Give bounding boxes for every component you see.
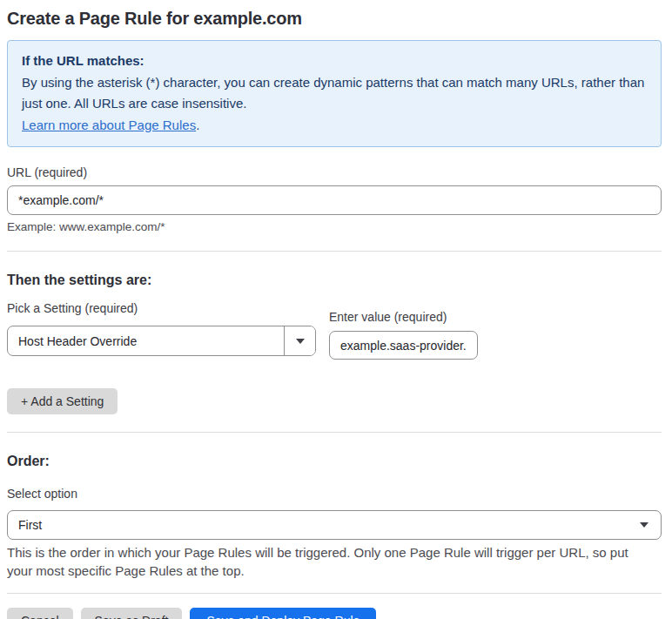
form-actions: Cancel Save as Draft Save and Deploy Pag… [7, 608, 662, 619]
setting-value-column: Enter value (required) [329, 310, 478, 360]
setting-value-label: Enter value (required) [329, 310, 478, 325]
setting-picker-column: Pick a Setting (required) Host Header Ov… [7, 301, 316, 356]
divider [7, 251, 662, 252]
setting-value-input[interactable] [329, 331, 478, 360]
url-input[interactable] [7, 185, 662, 215]
info-box-link-line: Learn more about Page Rules. [22, 115, 647, 137]
settings-row: Pick a Setting (required) Host Header Ov… [7, 301, 662, 360]
settings-section-heading: Then the settings are: [7, 272, 662, 288]
page-rule-form: Create a Page Rule for example.com If th… [0, 0, 672, 619]
setting-select-arrow-section[interactable] [284, 326, 315, 355]
info-box-heading: If the URL matches: [22, 50, 647, 72]
setting-select[interactable]: Host Header Override [7, 326, 316, 356]
divider [7, 593, 662, 594]
url-example-text: Example: www.example.com/* [7, 220, 662, 233]
page-title: Create a Page Rule for example.com [7, 7, 662, 30]
url-label: URL (required) [7, 165, 662, 180]
order-select-value: First [18, 518, 42, 532]
order-select[interactable]: First [7, 510, 662, 540]
save-and-deploy-button[interactable]: Save and Deploy Page Rule [190, 608, 376, 619]
url-match-info-box: If the URL matches: By using the asteris… [7, 40, 662, 147]
info-box-body: By using the asterisk (*) character, you… [22, 72, 647, 115]
divider [7, 432, 662, 433]
link-suffix: . [196, 118, 199, 132]
chevron-down-icon [296, 339, 305, 344]
chevron-down-icon [640, 522, 648, 528]
order-section-heading: Order: [7, 453, 662, 469]
order-description: This is the order in which your Page Rul… [7, 543, 655, 580]
order-select-label: Select option [7, 487, 662, 501]
cancel-button[interactable]: Cancel [7, 608, 73, 619]
setting-select-value: Host Header Override [8, 334, 284, 348]
save-as-draft-button[interactable]: Save as Draft [81, 608, 183, 619]
setting-picker-label: Pick a Setting (required) [7, 301, 316, 316]
learn-more-link[interactable]: Learn more about Page Rules [22, 118, 196, 132]
add-setting-button[interactable]: + Add a Setting [7, 388, 118, 414]
